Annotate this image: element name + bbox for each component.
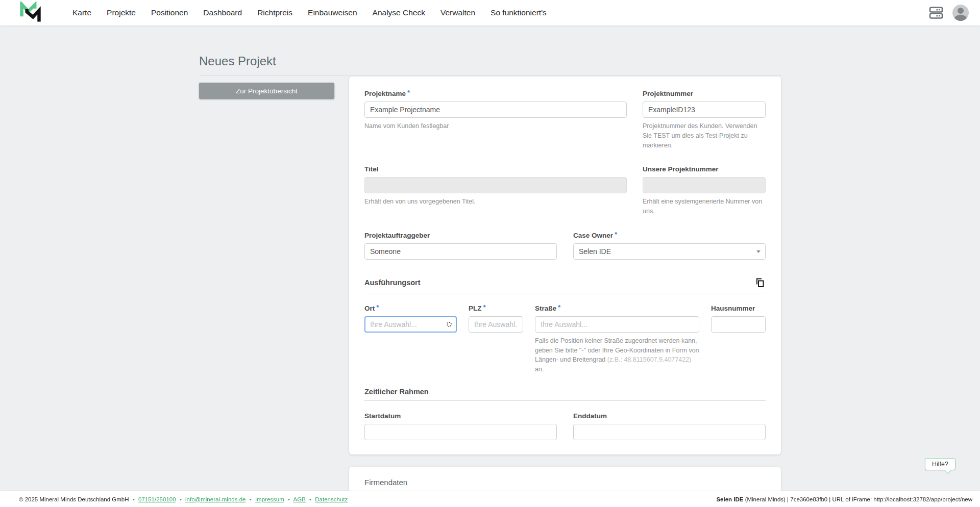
logo-svg bbox=[19, 2, 42, 24]
unsere-projektnummer-help: Erhält eine systemgenerierte Nummer von … bbox=[643, 197, 766, 216]
nav-item-einbauweisen[interactable]: Einbauweisen bbox=[308, 8, 357, 17]
footer-impressum-link[interactable]: Impressum bbox=[255, 496, 284, 502]
nav-item-projekte[interactable]: Projekte bbox=[107, 8, 136, 17]
footer-separator: • bbox=[133, 496, 135, 502]
projektnummer-input[interactable] bbox=[643, 102, 766, 118]
required-asterisk: * bbox=[615, 231, 617, 238]
required-asterisk: * bbox=[407, 89, 410, 96]
projektname-help: Name vom Kunden festlegbar bbox=[364, 121, 627, 131]
footer-session-details: (Mineral Minds) | 7ce360e83fb0 | URL of … bbox=[745, 496, 972, 502]
titel-input bbox=[364, 177, 627, 193]
strasse-input[interactable] bbox=[535, 316, 699, 333]
top-navigation-bar: Karte Projekte Positionen Dashboard Rich… bbox=[0, 0, 980, 26]
avatar-head bbox=[958, 8, 964, 14]
footer-left: © 2025 Mineral Minds Deutschland GmbH • … bbox=[19, 496, 348, 502]
footer-email-link[interactable]: info@mineral-minds.de bbox=[185, 496, 246, 502]
main-content: Neues Projekt Zur Projektübersicht Proje… bbox=[199, 26, 781, 507]
topbar-right-actions bbox=[929, 5, 969, 21]
case-owner-label: Case Owner* bbox=[573, 232, 766, 239]
nav-item-karte[interactable]: Karte bbox=[72, 8, 91, 17]
hausnummer-label: Hausnummer bbox=[711, 305, 766, 312]
strasse-label: Straße* bbox=[535, 305, 699, 312]
footer-separator: • bbox=[250, 496, 252, 502]
ort-input[interactable] bbox=[364, 316, 457, 333]
footer-datenschutz-link[interactable]: Datenschutz bbox=[315, 496, 348, 502]
footer-separator: • bbox=[288, 496, 290, 502]
hilfe-button[interactable]: Hilfe? bbox=[925, 458, 955, 470]
main-nav: Karte Projekte Positionen Dashboard Rich… bbox=[72, 8, 547, 17]
startdatum-input[interactable] bbox=[364, 424, 557, 440]
nav-item-positionen[interactable]: Positionen bbox=[151, 8, 188, 17]
section-divider bbox=[364, 293, 766, 293]
projektauftraggeber-input[interactable] bbox=[364, 243, 557, 260]
field-plz: PLZ* bbox=[469, 305, 523, 374]
unsere-projektnummer-label: Unsere Projektnummer bbox=[643, 165, 766, 173]
strasse-help: Falls die Position keiner Straße zugeord… bbox=[535, 336, 699, 374]
zur-projektuebersicht-button[interactable]: Zur Projektübersicht bbox=[199, 83, 334, 99]
loading-spinner-icon bbox=[447, 322, 452, 327]
field-hausnummer: Hausnummer bbox=[711, 305, 766, 374]
hausnummer-input[interactable] bbox=[711, 316, 766, 333]
field-unsere-projektnummer: Unsere Projektnummer Erhält eine systemg… bbox=[643, 165, 766, 216]
field-titel: Titel Erhält den von uns vorgegebenen Ti… bbox=[364, 165, 627, 216]
firmendaten-section-title: Firmendaten bbox=[364, 478, 407, 487]
required-asterisk: * bbox=[483, 303, 486, 311]
field-projektname: Projektname* Name vom Kunden festlegbar bbox=[364, 90, 627, 150]
field-enddatum: Enddatum bbox=[573, 412, 766, 440]
nav-item-richtpreis[interactable]: Richtpreis bbox=[257, 8, 292, 17]
nav-item-dashboard[interactable]: Dashboard bbox=[203, 8, 242, 17]
unsere-projektnummer-input bbox=[643, 177, 766, 193]
projektnummer-label: Projektnummer bbox=[643, 90, 766, 97]
footer-bar: © 2025 Mineral Minds Deutschland GmbH • … bbox=[0, 491, 980, 507]
mineral-minds-logo-icon[interactable] bbox=[19, 2, 44, 24]
titel-help: Erhält den von uns vorgegebenen Titel. bbox=[364, 197, 627, 207]
projektauftraggeber-label: Projektauftraggeber bbox=[364, 232, 557, 239]
zeitlicher-rahmen-section-title: Zeitlicher Rahmen bbox=[364, 388, 429, 396]
plz-input[interactable] bbox=[469, 316, 523, 333]
required-asterisk: * bbox=[376, 303, 379, 311]
projektname-label: Projektname* bbox=[364, 90, 627, 97]
titel-label: Titel bbox=[364, 165, 627, 173]
avatar-body bbox=[954, 15, 967, 21]
field-projektauftraggeber: Projektauftraggeber bbox=[364, 232, 557, 260]
footer-separator: • bbox=[309, 496, 311, 502]
projektname-input[interactable] bbox=[364, 102, 627, 118]
left-action-column: Zur Projektübersicht bbox=[199, 77, 334, 99]
section-divider bbox=[364, 400, 766, 401]
nav-item-so-funktionierts[interactable]: So funktioniert's bbox=[491, 8, 547, 17]
nav-item-verwalten[interactable]: Verwalten bbox=[440, 8, 475, 17]
footer-agb-link[interactable]: AGB bbox=[293, 496, 306, 502]
field-startdatum: Startdatum bbox=[364, 412, 557, 440]
enddatum-label: Enddatum bbox=[573, 412, 766, 420]
field-ort: Ort* bbox=[364, 305, 457, 374]
server-stack-icon[interactable] bbox=[929, 6, 944, 19]
ausfuehrungsort-section-title: Ausführungsort bbox=[364, 278, 421, 287]
required-asterisk: * bbox=[558, 303, 560, 311]
footer-phone-link[interactable]: 07151/250100 bbox=[138, 496, 176, 502]
case-owner-select[interactable] bbox=[573, 243, 766, 260]
enddatum-input[interactable] bbox=[573, 424, 766, 440]
startdatum-label: Startdatum bbox=[364, 412, 557, 420]
new-project-form-card: Projektname* Name vom Kunden festlegbar … bbox=[349, 77, 781, 454]
field-strasse: Straße* Falls die Position keiner Straße… bbox=[535, 305, 699, 374]
copy-icon[interactable] bbox=[754, 277, 766, 288]
page-title: Neues Projekt bbox=[199, 54, 781, 76]
nav-item-analyse-check[interactable]: Analyse Check bbox=[373, 8, 425, 17]
plz-label: PLZ* bbox=[469, 305, 523, 312]
field-case-owner: Case Owner* bbox=[573, 232, 766, 260]
footer-copyright: © 2025 Mineral Minds Deutschland GmbH bbox=[19, 496, 129, 502]
ort-label: Ort* bbox=[364, 305, 457, 312]
field-projektnummer: Projektnummer Projektnummer des Kunden. … bbox=[643, 90, 766, 150]
footer-user-name: Selen IDE bbox=[716, 496, 743, 502]
projektnummer-help: Projektnummer des Kunden. Verwenden Sie … bbox=[643, 121, 766, 150]
footer-session-info: Selen IDE (Mineral Minds) | 7ce360e83fb0… bbox=[716, 496, 972, 502]
user-avatar-icon[interactable] bbox=[952, 5, 969, 21]
footer-separator: • bbox=[180, 496, 182, 502]
